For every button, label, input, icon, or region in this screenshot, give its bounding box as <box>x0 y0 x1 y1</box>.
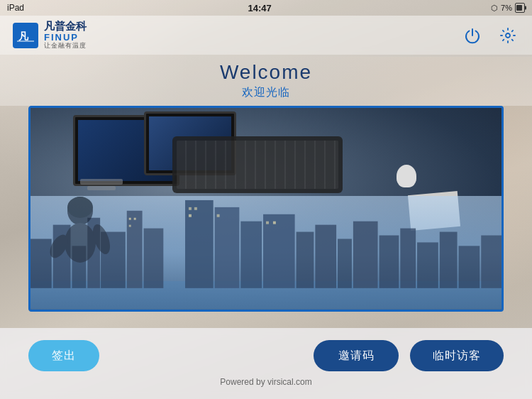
svg-rect-34 <box>273 222 276 224</box>
welcome-section: Welcome 欢迎光临 <box>0 55 532 106</box>
svg-rect-21 <box>400 229 416 288</box>
ipad-label: iPad <box>7 3 24 13</box>
temp-visitor-button[interactable]: 临时访客 <box>410 340 504 371</box>
logo-text-area: 凡普金科 FINUP 让金融有温度 <box>44 21 87 50</box>
bluetooth-icon: ⬡ <box>491 4 498 13</box>
header: 凡 凡普金科 FINUP 让金融有温度 <box>0 16 532 55</box>
svg-point-39 <box>67 197 93 218</box>
svg-rect-16 <box>297 232 314 288</box>
svg-rect-28 <box>129 225 131 227</box>
svg-rect-11 <box>144 229 164 288</box>
svg-rect-32 <box>217 214 220 217</box>
svg-rect-27 <box>134 218 136 220</box>
svg-rect-10 <box>127 211 143 288</box>
svg-rect-24 <box>459 246 480 288</box>
signout-button[interactable]: 签出 <box>28 340 99 371</box>
svg-rect-31 <box>189 214 192 217</box>
svg-rect-29 <box>189 207 192 210</box>
status-right: ⬡ 7% <box>491 3 525 13</box>
svg-point-3 <box>506 33 510 38</box>
logo-chinese-name: 凡普金科 <box>44 21 87 33</box>
battery-icon <box>515 3 525 13</box>
welcome-subtitle: 欢迎光临 <box>242 85 290 100</box>
welcome-title: Welcome <box>220 61 312 84</box>
city-overlay <box>31 196 501 310</box>
svg-rect-15 <box>263 214 295 288</box>
status-bar: iPad 14:47 ⬡ 7% <box>0 0 532 16</box>
svg-rect-18 <box>338 239 352 288</box>
svg-text:凡: 凡 <box>18 31 29 42</box>
status-time: 14:47 <box>248 3 271 13</box>
main-image-area <box>28 106 504 312</box>
status-left: iPad <box>7 3 28 13</box>
logo-tagline: 让金融有温度 <box>44 43 87 50</box>
header-icons <box>461 24 519 47</box>
svg-rect-12 <box>185 200 214 288</box>
power-button[interactable] <box>461 24 484 47</box>
buttons-row: 签出 邀请码 临时访客 <box>28 340 504 371</box>
logo-icon: 凡 <box>13 23 38 48</box>
svg-rect-25 <box>481 236 501 288</box>
bottom-bar: 签出 邀请码 临时访客 Powered by virsical.com <box>0 328 532 399</box>
person-silhouette <box>45 196 116 288</box>
svg-point-36 <box>65 223 96 263</box>
right-buttons: 邀请码 临时访客 <box>314 340 504 371</box>
svg-rect-20 <box>379 236 399 288</box>
svg-rect-19 <box>353 222 378 288</box>
battery-label: 7% <box>501 4 512 12</box>
powered-by: Powered by virsical.com <box>220 377 311 387</box>
svg-rect-33 <box>266 222 269 224</box>
invite-code-button[interactable]: 邀请码 <box>314 340 399 371</box>
logo-area: 凡 凡普金科 FINUP 让金融有温度 <box>13 21 87 50</box>
keyboard <box>172 136 343 193</box>
svg-rect-13 <box>215 207 240 288</box>
svg-rect-17 <box>315 225 336 288</box>
svg-rect-26 <box>129 218 131 220</box>
svg-rect-14 <box>240 222 262 288</box>
svg-rect-30 <box>194 207 197 210</box>
svg-rect-23 <box>440 232 458 288</box>
logo-english-name: FINUP <box>44 33 87 43</box>
mug <box>397 165 416 187</box>
settings-button[interactable] <box>497 24 519 47</box>
svg-rect-22 <box>417 243 438 288</box>
